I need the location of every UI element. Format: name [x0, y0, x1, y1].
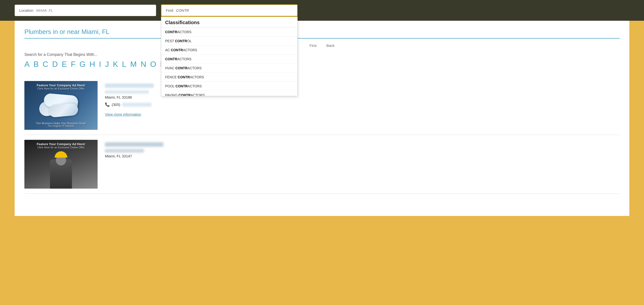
dropdown-item[interactable]: AC CONTRACTORS [161, 46, 297, 55]
dropdown-item[interactable]: CONTRACTORS [161, 55, 297, 64]
listing-phone-1: 📞 (305) [105, 102, 620, 107]
alpha-letter[interactable]: N [140, 60, 146, 69]
ad-image-2[interactable]: Feature Your Company Ad Here! Click Here… [24, 140, 98, 188]
dropdown-item[interactable]: POOL CONTRACTORS [161, 82, 297, 91]
location-input[interactable]: Location: MIAMI, FL [15, 5, 156, 16]
location-value: MIAMI, FL [36, 8, 53, 12]
listing-details-2: Miami, FL 33147 [105, 140, 620, 161]
find-input[interactable]: Find: CONTR Classifications CONTRACTORSP… [161, 4, 298, 16]
find-value: CONTR [176, 8, 189, 12]
listing-address-blurred-2 [105, 149, 144, 152]
listing-name-blurred-1 [105, 84, 154, 88]
dropdown-list[interactable]: CONTRACTORSPEST CONTROLAC CONTRACTORSCON… [161, 28, 297, 96]
page-title: Plumbers in or near Miami, FL [24, 28, 620, 38]
alpha-letter[interactable]: K [113, 60, 118, 69]
alpha-letter[interactable]: E [62, 60, 67, 69]
main-content: Plumbers in or near Miami, FL First Back… [15, 21, 629, 216]
listing-city-2: Miami, FL 33147 [105, 154, 620, 158]
header-bar: Location: MIAMI, FL Find: CONTR Classifi… [0, 0, 644, 21]
back-nav-link[interactable]: Back [326, 44, 334, 48]
dropdown-item[interactable]: PAVING CONTRACTORS [161, 91, 297, 96]
ad-tagline-1: "Our Business Helps Your Business Grow" [24, 122, 98, 125]
find-label: Find: [166, 8, 174, 12]
alpha-letter[interactable]: A [24, 60, 30, 69]
alpha-letter[interactable]: C [43, 60, 48, 69]
alpha-letter[interactable]: H [90, 60, 95, 69]
dropdown-item[interactable]: PEST CONTROL [161, 36, 297, 46]
location-label: Location: [19, 8, 34, 12]
listing-item-2: Feature Your Company Ad Here! Click Here… [24, 135, 620, 194]
alpha-letter[interactable]: G [80, 60, 86, 69]
alpha-letter[interactable]: F [71, 60, 76, 69]
listing-item: Feature Your Company Ad Here! Click Here… [24, 76, 620, 135]
ad-headline-2: Feature Your Company Ad Here! [24, 142, 98, 146]
ad-image-1[interactable]: Feature Your Company Ad Here! Click Here… [24, 81, 98, 130]
dropdown-header: Classifications [161, 17, 297, 28]
ad-subheadline-1: Click Here for an Exclusive Online Offer [24, 87, 98, 90]
alpha-letter[interactable]: O [150, 60, 156, 69]
phone-icon-1: 📞 [105, 102, 110, 107]
alpha-letter[interactable]: D [52, 60, 58, 69]
alpha-search-label: Search for a Company That Begins With... [24, 52, 620, 57]
view-more-link-1[interactable]: View more information [105, 112, 141, 116]
alpha-letter[interactable]: L [122, 60, 126, 69]
ad-network-1: The Original YP Network [24, 125, 98, 127]
nav-row: First Back [24, 44, 620, 48]
dropdown-item[interactable]: HVAC CONTRACTORS [161, 64, 297, 73]
dropdown-item[interactable]: FENCE CONTRACTORS [161, 73, 297, 82]
listing-name-blurred-2 [105, 142, 164, 147]
alpha-row: ABCDEFGHIJKLMNOPQR [24, 60, 620, 69]
ad-subheadline-2: Click Here for an Exclusive Online Offer [24, 146, 98, 149]
dropdown-item[interactable]: CONTRACTORS [161, 28, 297, 36]
autocomplete-dropdown: Classifications CONTRACTORSPEST CONTROLA… [161, 16, 298, 96]
phone-prefix-1: (305) [112, 102, 120, 107]
listing-address-blurred-1 [105, 90, 149, 94]
first-nav-link[interactable]: First [310, 44, 317, 48]
ad-headline-1: Feature Your Company Ad Here! [24, 84, 98, 87]
alpha-letter[interactable]: B [34, 60, 38, 69]
phone-number-blurred-1 [122, 103, 152, 107]
alpha-letter[interactable]: I [99, 60, 101, 69]
alpha-letter[interactable]: M [130, 60, 137, 69]
alpha-letter[interactable]: J [105, 60, 109, 69]
